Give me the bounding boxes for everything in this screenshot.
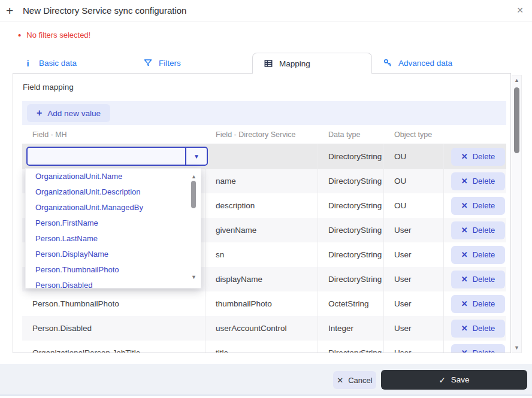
tab-advanced-data[interactable]: Advanced data — [372, 53, 492, 73]
dropdown-option[interactable]: OrganizationalUnit.Name — [26, 169, 201, 184]
column-header-object-type: Object type — [384, 130, 444, 139]
scroll-down-icon[interactable]: ▼ — [191, 274, 197, 280]
close-icon[interactable]: ✕ — [516, 5, 524, 15]
cell-data-type: DirectoryString — [318, 242, 384, 267]
tab-filters[interactable]: Filters — [132, 53, 252, 73]
dropdown-option[interactable]: OrganizationalUnit.Description — [26, 184, 201, 200]
table-icon — [263, 59, 273, 69]
check-icon: ✓ — [439, 375, 445, 385]
validation-warning: • No filters selected! — [18, 31, 90, 40]
field-mh-combobox-input[interactable] — [28, 148, 185, 165]
dropdown-option[interactable]: Person.FirstName — [26, 215, 201, 231]
column-header-field-mh: Field - MH — [22, 130, 205, 139]
tab-mapping[interactable]: Mapping — [252, 53, 372, 74]
cell-data-type: Integer — [318, 316, 384, 341]
save-label: Save — [451, 375, 470, 384]
section-title: Field mapping — [23, 83, 74, 92]
cell-field-ds: title — [205, 341, 318, 353]
cell-actions: ✕Delete — [444, 144, 506, 169]
filter-icon — [143, 58, 153, 68]
save-button[interactable]: ✓ Save — [381, 370, 527, 390]
dialog-bottom-edge — [0, 394, 532, 396]
scroll-up-icon[interactable]: ▲ — [191, 174, 197, 180]
delete-button[interactable]: ✕Delete — [451, 148, 505, 166]
tab-basic-data[interactable]: i Basic data — [13, 53, 132, 73]
cancel-button[interactable]: ✕ Cancel — [333, 371, 376, 389]
content-scrollbar[interactable]: ▲ ▼ — [512, 75, 522, 353]
cell-object-type: OU — [384, 193, 444, 218]
table-row: Person.ThumbnailPhoto thumbnailPhoto Oct… — [22, 291, 506, 316]
cell-object-type: OU — [384, 169, 444, 193]
delete-x-icon: ✕ — [461, 348, 468, 353]
delete-button[interactable]: ✕Delete — [451, 320, 505, 338]
delete-button[interactable]: ✕Delete — [451, 344, 505, 353]
delete-x-icon: ✕ — [461, 201, 468, 210]
delete-button[interactable]: ✕Delete — [451, 295, 505, 313]
column-header-data-type: Data type — [318, 130, 384, 139]
delete-button[interactable]: ✕Delete — [451, 221, 505, 239]
directory-sync-dialog: + New Directory Service sync configurati… — [0, 0, 532, 398]
tab-label: Basic data — [39, 59, 77, 68]
dialog-title: New Directory Service sync configuration — [23, 5, 186, 16]
cell-data-type: DirectoryString — [318, 144, 384, 169]
add-new-value-label: Add new value — [47, 109, 101, 118]
table-header-row: Field - MH Field - Directory Service Dat… — [22, 125, 506, 144]
cell-actions: ✕Delete — [444, 193, 506, 218]
tab-label: Mapping — [279, 59, 310, 68]
cell-data-type: DirectoryString — [318, 169, 384, 193]
cell-actions: ✕Delete — [444, 291, 506, 316]
scroll-up-icon[interactable]: ▲ — [512, 77, 521, 83]
key-icon — [382, 58, 392, 68]
cancel-label: Cancel — [348, 376, 372, 385]
cell-field-ds — [205, 144, 318, 169]
info-icon: i — [23, 58, 33, 68]
cell-field-ds: sn — [205, 242, 318, 267]
delete-button[interactable]: ✕Delete — [451, 172, 505, 190]
cell-field-ds: thumbnailPhoto — [205, 291, 318, 316]
dropdown-option[interactable]: Person.DisplayName — [26, 247, 201, 262]
delete-x-icon: ✕ — [461, 275, 468, 284]
dropdown-option[interactable]: Person.Disabled — [26, 278, 201, 288]
cell-object-type: User — [384, 242, 444, 267]
cell-actions: ✕Delete — [444, 218, 506, 242]
cell-actions: ✕Delete — [444, 169, 506, 193]
table-row: OrganizationalPerson.JobTitle title Dire… — [22, 341, 506, 353]
scroll-down-icon[interactable]: ▼ — [512, 345, 521, 351]
delete-x-icon: ✕ — [461, 324, 468, 333]
dialog-titlebar: + New Directory Service sync configurati… — [0, 0, 532, 22]
cell-field-ds: displayName — [205, 267, 318, 291]
cell-data-type: OctetString — [318, 291, 384, 316]
table-toolbar: + Add new value — [22, 101, 506, 125]
combobox-dropdown-button[interactable]: ▼ — [185, 148, 207, 165]
field-mh-combobox[interactable]: ▼ — [26, 147, 208, 166]
validation-warning-text: No filters selected! — [26, 31, 90, 40]
cell-data-type: DirectoryString — [318, 193, 384, 218]
dropdown-option[interactable]: Person.ThumbnailPhoto — [26, 262, 201, 278]
add-new-value-button[interactable]: + Add new value — [27, 104, 110, 122]
cell-object-type: User — [384, 218, 444, 242]
field-mh-dropdown-list: OrganizationalUnit.Name OrganizationalUn… — [25, 168, 201, 288]
dropdown-scrollbar-thumb[interactable] — [191, 181, 196, 208]
delete-button[interactable]: ✕Delete — [451, 271, 505, 288]
cell-field-mh: Person.Disabled — [22, 316, 205, 341]
cell-object-type: User — [384, 291, 444, 316]
delete-button[interactable]: ✕Delete — [451, 246, 505, 264]
cell-actions: ✕Delete — [444, 341, 506, 353]
cell-object-type: User — [384, 267, 444, 291]
delete-x-icon: ✕ — [461, 299, 468, 308]
cell-actions: ✕Delete — [444, 242, 506, 267]
bullet-icon: • — [18, 31, 21, 40]
cell-field-mh: Person.ThumbnailPhoto — [22, 291, 205, 316]
dropdown-option[interactable]: Person.LastName — [26, 231, 201, 247]
cell-actions: ✕Delete — [444, 267, 506, 291]
cell-data-type: DirectoryString — [318, 267, 384, 291]
cell-field-ds: givenName — [205, 218, 318, 242]
tab-label: Filters — [159, 59, 181, 68]
dropdown-option[interactable]: OrganizationalUnit.ManagedBy — [26, 200, 201, 215]
cell-object-type: User — [384, 316, 444, 341]
delete-button[interactable]: ✕Delete — [451, 197, 505, 215]
cell-field-mh: OrganizationalPerson.JobTitle — [22, 341, 205, 353]
scrollbar-thumb[interactable] — [514, 87, 519, 153]
column-header-field-ds: Field - Directory Service — [205, 130, 318, 139]
cell-field-ds: description — [205, 193, 318, 218]
